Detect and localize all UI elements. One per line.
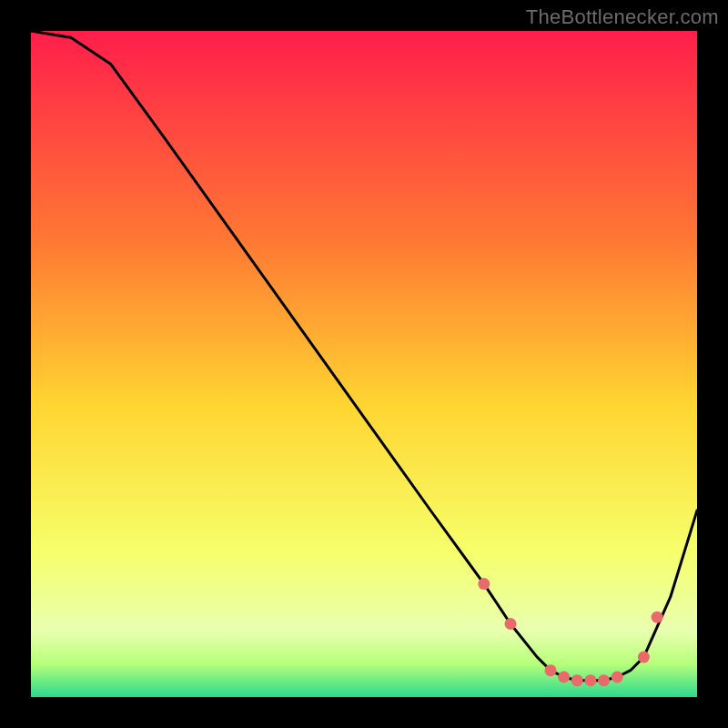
curve-marker xyxy=(612,672,623,683)
curve-marker xyxy=(598,674,610,686)
curve-marker xyxy=(584,674,596,686)
bottleneck-curve xyxy=(31,31,697,697)
curve-marker xyxy=(571,674,583,686)
curve-marker xyxy=(505,618,517,630)
curve-marker xyxy=(652,612,663,623)
chart-frame: TheBottlenecker.com xyxy=(0,0,728,728)
curve-marker xyxy=(638,652,650,663)
curve-marker xyxy=(558,672,570,683)
watermark-text: TheBottlenecker.com xyxy=(526,5,719,29)
curve-marker xyxy=(545,664,557,676)
curve-marker xyxy=(478,578,490,590)
plot-area xyxy=(31,31,697,697)
